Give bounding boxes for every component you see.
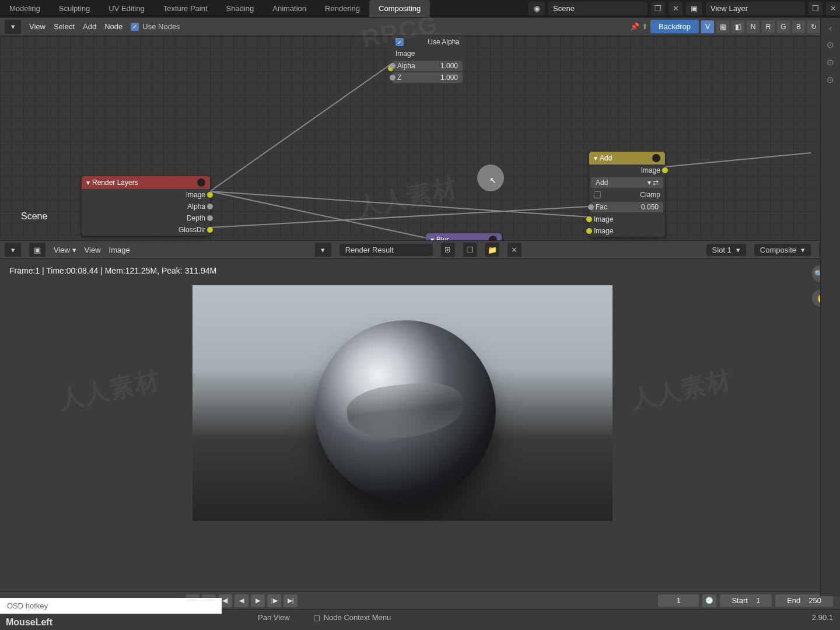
pin-icon[interactable]: 📌 (630, 22, 639, 31)
tab-sculpting[interactable]: Sculpting (50, 0, 99, 17)
tab-uvediting[interactable]: UV Editing (99, 0, 153, 17)
node-color-mix-add[interactable]: ▾ Add Image Add▾ ⇄ Clamp Fac0.050 Image … (589, 152, 665, 237)
image-browse-dropdown[interactable]: ▾ (315, 243, 331, 257)
z-label[interactable]: Z (397, 74, 401, 82)
start-value[interactable]: 1 (756, 596, 760, 605)
output-image: Image (186, 191, 205, 199)
image-menu-view-dd[interactable]: View ▾ (54, 246, 76, 254)
output-glossdir: GlossDir (178, 226, 205, 234)
scene-icon[interactable]: ◉ (528, 2, 545, 16)
image-menu-view[interactable]: View (85, 246, 101, 254)
start-label: Start (732, 596, 747, 605)
tab-animation[interactable]: Animation (263, 0, 316, 17)
compositor-node-area[interactable]: ✓ Use Alpha Image Alpha1.000 Z1.000 ▾ Re… (0, 36, 840, 240)
node-viewer-fragment[interactable]: ✓ Use Alpha Image Alpha1.000 Z1.000 (391, 36, 464, 84)
chevron-left-icon[interactable]: ‹ (824, 21, 837, 34)
viewlayer-props-icon[interactable]: ⊙ (824, 74, 837, 86)
svg-line-0 (210, 64, 391, 191)
viewlayer-name-field[interactable]: View Layer (706, 2, 805, 16)
unlink-image-icon[interactable]: ✕ (508, 243, 522, 257)
pass-dropdown[interactable]: Composite ▾ (754, 244, 811, 256)
osd-hotkey-overlay: OSD hotkey (0, 598, 222, 614)
version-label: 2.90.1 (812, 613, 833, 622)
channel-img-icon[interactable]: ▦ (716, 20, 729, 33)
blend-mode-dropdown[interactable]: Add (596, 178, 608, 187)
channel-g[interactable]: G (777, 20, 790, 33)
editor-type-dropdown[interactable]: ▾ (5, 20, 21, 34)
mouse-event-overlay: MouseLeft (0, 615, 58, 630)
add-output-image: Image (641, 166, 660, 174)
channel-n[interactable]: N (747, 20, 760, 33)
alpha-label[interactable]: Alpha (397, 62, 415, 70)
use-alpha-label: Use Alpha (428, 38, 460, 46)
mouse-icon: ▢ (313, 613, 320, 622)
render-stats-line: Frame:1 | Time:00:08.44 | Mem:121.25M, P… (0, 259, 840, 282)
tab-modeling[interactable]: Modeling (0, 0, 50, 17)
image-editor-type-dropdown[interactable]: ▾ (5, 243, 21, 257)
channel-b[interactable]: B (792, 20, 805, 33)
svg-line-3 (210, 206, 589, 228)
viewlayer-icon[interactable]: ▣ (686, 2, 702, 16)
node-blur-peek[interactable]: ▾ Blur (426, 233, 502, 240)
duplicate-icon[interactable]: ❐ (463, 243, 477, 257)
use-nodes-label: Use Nodes (142, 22, 180, 31)
open-folder-icon[interactable]: 📁 (485, 243, 499, 257)
menu-node[interactable]: Node (104, 22, 123, 31)
lock-icon[interactable]: ⬆ (642, 22, 648, 31)
keyframe-next-icon[interactable]: |▶ (267, 594, 281, 607)
channel-r[interactable]: R (762, 20, 775, 33)
clamp-checkbox-label[interactable]: Clamp (640, 191, 660, 199)
menu-add[interactable]: Add (83, 22, 96, 31)
copy-viewlayer-icon[interactable]: ❐ (808, 2, 822, 16)
image-name-field[interactable]: Render Result (340, 244, 433, 256)
slot-dropdown[interactable]: Slot 1 ▾ (706, 244, 746, 256)
output-props-icon[interactable]: ⊙ (824, 56, 837, 69)
workspace-tabs: Modeling Sculpting UV Editing Texture Pa… (0, 0, 430, 17)
image-menu-image[interactable]: Image (109, 246, 130, 254)
render-props-icon[interactable]: ⊙ (824, 38, 837, 51)
tab-compositing[interactable]: Compositing (369, 0, 430, 17)
clock-icon[interactable]: 🕘 (702, 594, 716, 607)
alpha-value[interactable]: 1.000 (440, 62, 458, 70)
menu-view[interactable]: View (29, 22, 46, 31)
play-icon[interactable]: ▶ (251, 594, 265, 607)
shield-icon[interactable]: ⛨ (441, 243, 455, 257)
current-frame-field[interactable]: 1 (658, 594, 699, 607)
image-editor-header: ▾ ▣ View ▾ View Image ▾ Render Result ⛨ … (0, 240, 840, 259)
menu-select[interactable]: Select (54, 22, 75, 31)
use-nodes-checkbox[interactable]: ✓ (131, 23, 139, 31)
image-socket-label: Image (396, 50, 415, 58)
tab-rendering[interactable]: Rendering (316, 0, 369, 17)
output-alpha: Alpha (187, 202, 205, 211)
backdrop-button[interactable]: Backdrop (650, 20, 699, 33)
close-viewlayer-icon[interactable]: ✕ (826, 2, 840, 16)
fac-label[interactable]: Fac (596, 203, 607, 211)
add-input-image2: Image (594, 227, 613, 235)
add-input-image1: Image (594, 215, 613, 223)
output-depth: Depth (187, 214, 205, 222)
channel-v[interactable]: V (701, 20, 714, 33)
play-reverse-icon[interactable]: ◀ (235, 594, 249, 607)
jump-end-icon[interactable]: ▶| (284, 594, 298, 607)
fac-value[interactable]: 0.050 (641, 203, 659, 211)
status-pan-view: Pan View (258, 613, 290, 622)
end-value[interactable]: 250 (808, 596, 821, 605)
node-render-layers[interactable]: ▾ Render Layers Image Alpha Depth GlossD… (82, 176, 210, 236)
image-viewer-area[interactable]: Frame:1 | Time:00:08.44 | Mem:121.25M, P… (0, 259, 840, 592)
scene-name-field[interactable]: Scene (548, 2, 648, 16)
backdrop-scene-label: Scene (21, 211, 47, 222)
properties-sidebar-strip: ‹ ⊙ ⊙ ⊙ (820, 18, 840, 596)
close-scene-icon[interactable]: ✕ (668, 2, 682, 16)
refresh-icon[interactable]: ↻ (807, 20, 820, 33)
z-value[interactable]: 1.000 (440, 74, 458, 82)
node-header-add[interactable]: ▾ Add (589, 152, 665, 164)
node-editor-header: ▾ View Select Add Node ✓ Use Nodes 📌 ⬆ B… (0, 18, 840, 36)
node-header-render-layers[interactable]: ▾ Render Layers (82, 176, 210, 189)
channel-alpha-icon[interactable]: ◧ (732, 20, 744, 33)
image-mode-dropdown[interactable]: ▣ (29, 243, 46, 257)
copy-scene-icon[interactable]: ❐ (651, 2, 665, 16)
tab-shading[interactable]: Shading (217, 0, 264, 17)
svg-line-4 (665, 153, 811, 167)
workspace-topbar: Modeling Sculpting UV Editing Texture Pa… (0, 0, 840, 18)
tab-texturepaint[interactable]: Texture Paint (154, 0, 217, 17)
